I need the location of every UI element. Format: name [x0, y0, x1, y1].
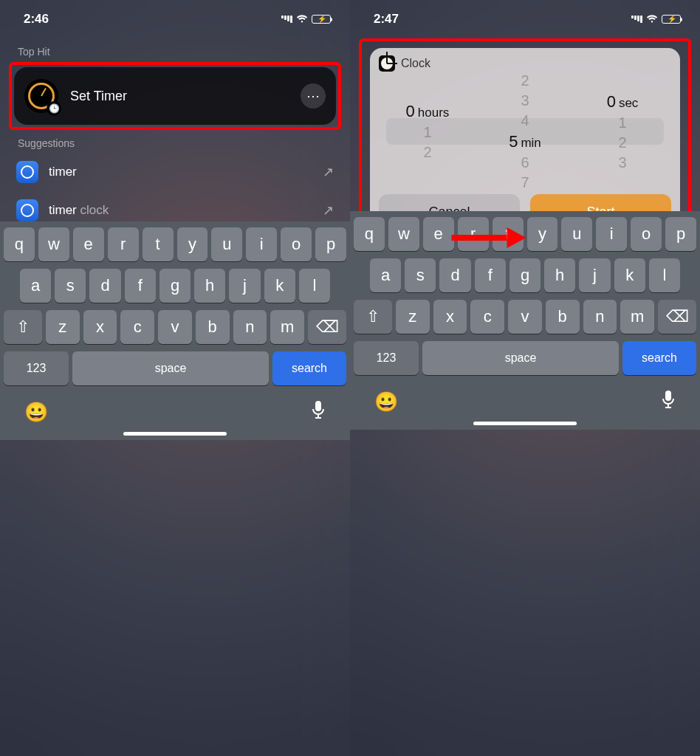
- key[interactable]: q: [354, 217, 385, 251]
- status-bar: 2:47 ⚡: [350, 0, 700, 38]
- key[interactable]: y: [527, 217, 558, 251]
- emoji-key[interactable]: 😀: [374, 391, 398, 413]
- key[interactable]: v: [158, 310, 192, 344]
- key[interactable]: y: [177, 227, 208, 261]
- key[interactable]: f: [475, 258, 506, 292]
- key[interactable]: n: [583, 300, 617, 334]
- key[interactable]: h: [194, 269, 225, 303]
- key[interactable]: t: [143, 227, 174, 261]
- wifi-icon: [645, 12, 659, 27]
- mic-key[interactable]: [661, 390, 676, 414]
- key[interactable]: b: [546, 300, 580, 334]
- key[interactable]: v: [508, 300, 542, 334]
- svg-rect-9: [665, 391, 671, 401]
- key[interactable]: a: [370, 258, 401, 292]
- clock-app-icon: [379, 55, 395, 72]
- arrow-icon: ↗: [323, 202, 334, 219]
- key[interactable]: x: [83, 310, 117, 344]
- key[interactable]: z: [46, 310, 80, 344]
- shift-key[interactable]: ⇧: [4, 310, 42, 344]
- widget-app-name: Clock: [401, 57, 430, 70]
- minutes-picker[interactable]: 2 3 4 5min 6 7: [477, 72, 574, 191]
- key[interactable]: w: [388, 217, 419, 251]
- key[interactable]: l: [299, 269, 330, 303]
- battery-icon: ⚡: [312, 15, 331, 24]
- svg-marker-6: [507, 227, 526, 248]
- numbers-key[interactable]: 123: [354, 341, 419, 375]
- seconds-picker[interactable]: 0sec 1 2 3: [574, 92, 671, 171]
- key[interactable]: c: [120, 310, 154, 344]
- annotation-box: 🕒 Set Timer ⋯: [9, 62, 341, 130]
- numbers-key[interactable]: 123: [4, 351, 69, 385]
- key[interactable]: s: [405, 258, 436, 292]
- key[interactable]: x: [433, 300, 467, 334]
- key[interactable]: d: [439, 258, 470, 292]
- tophit-card[interactable]: 🕒 Set Timer ⋯: [14, 67, 336, 125]
- tophit-label: Top Hit: [18, 46, 341, 58]
- signal-icon: [281, 16, 292, 23]
- space-key[interactable]: space: [72, 351, 269, 385]
- key[interactable]: e: [73, 227, 104, 261]
- key[interactable]: m: [270, 310, 304, 344]
- key[interactable]: m: [620, 300, 654, 334]
- backspace-key[interactable]: ⌫: [658, 300, 696, 334]
- key[interactable]: h: [544, 258, 575, 292]
- arrow-icon: ↗: [323, 164, 334, 180]
- key[interactable]: f: [125, 269, 156, 303]
- key[interactable]: l: [649, 258, 680, 292]
- key[interactable]: n: [233, 310, 267, 344]
- home-indicator[interactable]: [473, 422, 577, 425]
- mic-key[interactable]: [311, 400, 326, 425]
- key[interactable]: a: [20, 269, 51, 303]
- search-key[interactable]: search: [622, 341, 696, 375]
- key[interactable]: u: [561, 217, 592, 251]
- duration-picker[interactable]: 0hours 1 2 2 3 4 5min 6 7: [379, 76, 671, 187]
- key[interactable]: s: [55, 269, 86, 303]
- key[interactable]: k: [264, 269, 295, 303]
- status-bar: 2:46 ⚡: [0, 0, 350, 38]
- key[interactable]: p: [665, 217, 696, 251]
- status-time: 2:46: [24, 12, 49, 27]
- screenshot-left: 2:46 ⚡ Top Hit 🕒 Set Timer ⋯: [0, 0, 350, 756]
- key[interactable]: g: [509, 258, 541, 292]
- key[interactable]: u: [211, 227, 242, 261]
- key[interactable]: p: [315, 227, 346, 261]
- wifi-icon: [295, 12, 309, 27]
- keyboard: qwertyuiop asdfghjkl ⇧ z x c v b n m ⌫ 1…: [0, 221, 350, 440]
- key[interactable]: c: [470, 300, 504, 334]
- key[interactable]: z: [396, 300, 430, 334]
- svg-rect-2: [315, 401, 321, 411]
- suggestion-item[interactable]: timer ↗: [9, 154, 341, 190]
- signal-icon: [631, 16, 642, 23]
- home-indicator[interactable]: [123, 432, 227, 436]
- search-key[interactable]: search: [272, 351, 346, 385]
- key[interactable]: g: [159, 269, 191, 303]
- tophit-title: Set Timer: [70, 89, 289, 104]
- annotation-arrow: [448, 223, 529, 252]
- screenshot-right: 2:47 ⚡ Clock 0h: [350, 0, 700, 756]
- hours-picker[interactable]: 0hours 1 2: [380, 102, 476, 161]
- safari-icon: [16, 161, 38, 183]
- timer-icon: 🕒: [24, 79, 58, 113]
- key[interactable]: i: [246, 227, 277, 261]
- key[interactable]: k: [614, 258, 645, 292]
- more-icon[interactable]: ⋯: [301, 83, 326, 109]
- key[interactable]: q: [4, 227, 35, 261]
- battery-icon: ⚡: [662, 15, 681, 24]
- key[interactable]: w: [38, 227, 69, 261]
- key[interactable]: j: [229, 269, 260, 303]
- key[interactable]: o: [281, 227, 312, 261]
- backspace-key[interactable]: ⌫: [308, 310, 346, 344]
- key[interactable]: j: [579, 258, 610, 292]
- safari-icon: [16, 199, 38, 221]
- key[interactable]: b: [196, 310, 230, 344]
- key[interactable]: i: [596, 217, 627, 251]
- key[interactable]: o: [631, 217, 662, 251]
- space-key[interactable]: space: [422, 341, 619, 375]
- emoji-key[interactable]: 😀: [24, 401, 48, 424]
- key[interactable]: r: [108, 227, 139, 261]
- status-time: 2:47: [374, 12, 399, 27]
- shift-key[interactable]: ⇧: [354, 300, 392, 334]
- key[interactable]: d: [89, 269, 120, 303]
- suggestions-label: Suggestions: [18, 137, 341, 149]
